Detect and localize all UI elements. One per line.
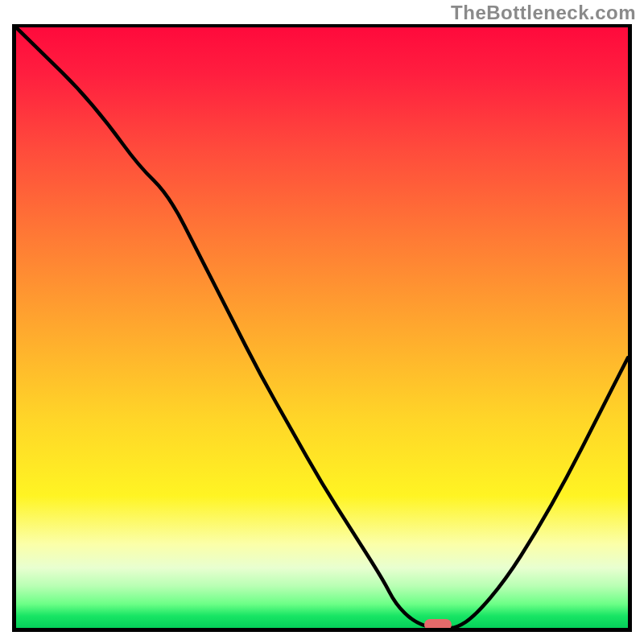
curve-path: [16, 27, 628, 628]
watermark-text: TheBottleneck.com: [451, 2, 636, 24]
chart-stage: TheBottleneck.com: [0, 0, 644, 644]
bottleneck-curve: [16, 27, 628, 628]
optimal-marker: [424, 619, 452, 630]
plot-frame: [12, 24, 632, 632]
